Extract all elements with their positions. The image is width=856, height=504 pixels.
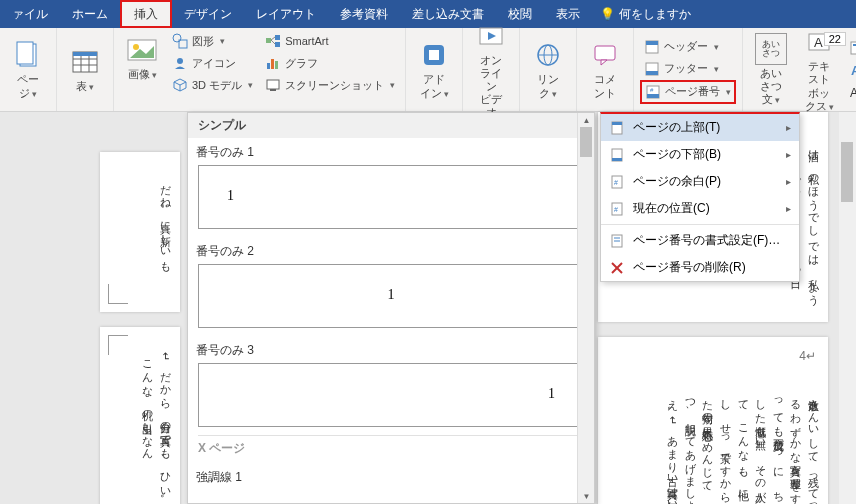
tab-insert[interactable]: 挿入 <box>120 0 172 28</box>
addins-label-2: イン <box>420 87 442 99</box>
text-misc-3[interactable]: A▾ <box>845 81 856 103</box>
svg-rect-48 <box>612 122 622 125</box>
menu-remove-page-number[interactable]: ページ番号の削除(R) <box>601 254 799 281</box>
tab-view[interactable]: 表示 <box>544 0 592 28</box>
greeting-icon: あいさつ <box>755 33 787 65</box>
screenshot-icon <box>265 77 281 93</box>
pages-icon <box>12 39 44 71</box>
online-video-button[interactable]: オンラインビデオ <box>469 16 513 124</box>
sample-number: 1 <box>388 287 395 303</box>
menu-label: ページの上部(T) <box>633 119 720 136</box>
smartart-icon <box>265 33 281 49</box>
document-page-2[interactable]: ↵ だから、自分の写真でも、ひ い。こんな、机の引出しなん <box>100 327 180 504</box>
footer-button[interactable]: フッター▾ <box>640 58 736 80</box>
group-comment: コメント <box>577 28 634 111</box>
menu-page-margin[interactable]: # ページの余白(P)▸ <box>601 168 799 195</box>
sample-number: 1 <box>548 386 555 402</box>
page-number-button[interactable]: #ページ番号▾ <box>640 80 736 104</box>
svg-rect-41 <box>851 42 856 54</box>
scrollbar-thumb[interactable] <box>580 127 592 157</box>
tell-me-search[interactable]: 💡 何をしますか <box>600 6 691 23</box>
greeting-button[interactable]: あいさつ あいさつ文▾ <box>749 29 793 111</box>
table-button[interactable]: 表▾ <box>63 42 107 97</box>
header-icon <box>644 39 660 55</box>
group-header-footer: ヘッダー▾ フッター▾ #ページ番号▾ <box>634 28 743 111</box>
table-label: 表 <box>76 80 87 92</box>
chevron-right-icon: ▸ <box>786 176 791 187</box>
ruler-value: 22 <box>824 32 846 46</box>
menu-format-page-number[interactable]: ページ番号の書式設定(F)… <box>601 227 799 254</box>
3dmodel-button[interactable]: 3D モデル▾ <box>168 74 257 96</box>
menu-label: ページ番号の書式設定(F)… <box>633 232 780 249</box>
textbox-label-1: テキスト <box>808 60 830 85</box>
crop-mark <box>108 284 128 304</box>
tab-references[interactable]: 参考資料 <box>328 0 400 28</box>
gallery-scrollbar[interactable]: ▲ ▼ <box>577 113 594 503</box>
format-icon <box>609 233 625 249</box>
svg-rect-38 <box>647 94 659 98</box>
svg-rect-14 <box>275 35 280 40</box>
menu-current-position[interactable]: # 現在の位置(C)▸ <box>601 195 799 222</box>
current-pos-icon: # <box>609 201 625 217</box>
text-misc-2[interactable]: A▾ <box>845 59 856 81</box>
gallery-item-1[interactable]: 1 <box>198 165 584 229</box>
vertical-scrollbar[interactable] <box>839 112 856 504</box>
addins-label-1: アド <box>423 73 445 85</box>
tab-home[interactable]: ホーム <box>60 0 120 28</box>
gallery-item-3[interactable]: 1 <box>198 363 584 427</box>
chart-button[interactable]: グラフ <box>261 52 399 74</box>
scroll-down-arrow[interactable]: ▼ <box>578 489 595 503</box>
link-button[interactable]: リンク▾ <box>526 35 570 103</box>
addins-button[interactable]: アドイン▾ <box>412 35 456 103</box>
textbox-label-2: ボックス <box>805 87 831 112</box>
svg-rect-19 <box>271 59 274 69</box>
shapes-button[interactable]: 図形▾ <box>168 30 257 52</box>
document-page-4[interactable]: 4↵ 散逸さんいして、残って っているわずかな写真を整理 をする、と言っても不賛… <box>598 337 828 504</box>
icons-button[interactable]: アイコン <box>168 52 257 74</box>
image-icon <box>126 34 158 66</box>
svg-rect-18 <box>267 63 270 69</box>
header-button[interactable]: ヘッダー▾ <box>640 36 736 58</box>
svg-rect-13 <box>266 38 271 43</box>
scroll-up-arrow[interactable]: ▲ <box>578 113 595 127</box>
chart-icon <box>265 55 281 71</box>
document-page-1[interactable]: だね。真に新しいも <box>100 152 180 312</box>
comment-button[interactable]: コメント <box>583 35 627 103</box>
image-button[interactable]: 画像▾ <box>120 30 164 85</box>
svg-line-17 <box>271 40 275 44</box>
document-text: ↵ だから、自分の写真でも、ひ い。こんな、机の引出しなん <box>139 352 174 504</box>
tab-file[interactable]: ァイル <box>0 0 60 28</box>
image-label: 画像 <box>128 68 150 80</box>
menu-page-bottom[interactable]: ページの下部(B)▸ <box>601 141 799 168</box>
gallery-item-3-label: 番号のみ 3 <box>188 336 594 361</box>
svg-rect-30 <box>595 46 615 60</box>
tab-design[interactable]: デザイン <box>172 0 244 28</box>
page-number-gallery: シンプル 番号のみ 1 1 番号のみ 2 1 番号のみ 3 1 X ページ 強調… <box>187 112 595 504</box>
menu-page-top[interactable]: ページの上部(T)▸ <box>601 114 799 141</box>
menu-label: ページ番号の削除(R) <box>633 259 746 276</box>
group-pages: ページ▾ <box>0 28 57 111</box>
gallery-item-2[interactable]: 1 <box>198 264 584 328</box>
chevron-right-icon: ▸ <box>786 122 791 133</box>
link-label-2: ク <box>539 87 550 99</box>
svg-rect-22 <box>270 89 276 91</box>
smartart-label: SmartArt <box>285 35 328 47</box>
page-number-menu: ページの上部(T)▸ ページの下部(B)▸ # ページの余白(P)▸ # 現在の… <box>600 112 800 282</box>
table-icon <box>69 46 101 78</box>
header-label: ヘッダー <box>664 39 708 54</box>
page-top-icon <box>609 120 625 136</box>
group-illustrations: 画像▾ 図形▾ アイコン 3D モデル▾ SmartArt グラフ スクリーンシ… <box>114 28 406 111</box>
footer-label: フッター <box>664 61 708 76</box>
page-bottom-icon <box>609 147 625 163</box>
text-misc-1[interactable]: ▾ <box>845 37 856 59</box>
tab-layout[interactable]: レイアウト <box>244 0 328 28</box>
page-number-label: ページ番号 <box>665 84 720 99</box>
screenshot-label: スクリーンショット <box>285 78 384 93</box>
smartart-button[interactable]: SmartArt <box>261 30 399 52</box>
scrollbar-thumb[interactable] <box>841 142 853 202</box>
screenshot-button[interactable]: スクリーンショット▾ <box>261 74 399 96</box>
pages-button[interactable]: ページ▾ <box>6 35 50 103</box>
chevron-right-icon: ▸ <box>786 149 791 160</box>
chart-label: グラフ <box>285 56 318 71</box>
sample-number: 1 <box>227 188 234 204</box>
